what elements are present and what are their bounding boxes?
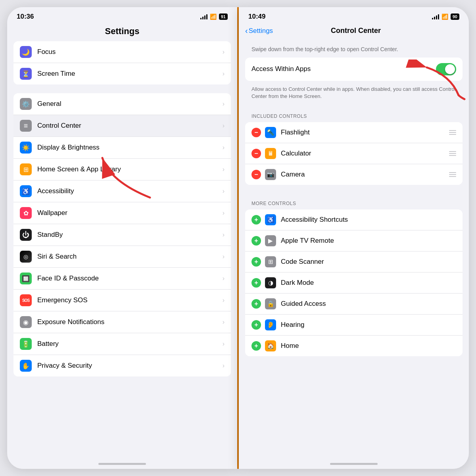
hearing-icon: 👂	[265, 319, 276, 330]
accessibility-shortcuts-label: Accessibility Shortcuts	[281, 216, 456, 224]
guided-access-label: Guided Access	[281, 300, 456, 308]
control-row-code-scanner[interactable]: + ⊞ Code Scanner	[245, 251, 463, 273]
calculator-drag-handle[interactable]	[449, 151, 456, 156]
control-center-description: Swipe down from the top-right edge to op…	[245, 40, 463, 58]
control-row-hearing[interactable]: + 👂 Hearing	[245, 315, 463, 336]
flashlight-icon: 🔦	[265, 127, 276, 138]
control-row-apple-tv[interactable]: + ▶ Apple TV Remote	[245, 230, 463, 251]
code-scanner-label: Code Scanner	[281, 258, 456, 266]
control-row-home[interactable]: + 🏠 Home	[245, 336, 463, 356]
access-within-apps-row[interactable]: Access Within Apps	[245, 58, 463, 81]
settings-row-siri[interactable]: ◎ Siri & Search ›	[13, 246, 231, 268]
settings-row-faceid[interactable]: 🔲 Face ID & Passcode ›	[13, 268, 231, 290]
dark-mode-add-btn[interactable]: +	[251, 278, 261, 288]
display-icon: ☀️	[20, 142, 32, 154]
left-phone-panel: 10:36 📶 91 Settings 🌙 Focus › ⏳	[7, 7, 237, 469]
apple-tv-add-btn[interactable]: +	[251, 236, 261, 246]
right-scroll-content[interactable]: Swipe down from the top-right edge to op…	[239, 40, 469, 461]
hearing-label: Hearing	[281, 321, 456, 329]
accessibility-label: Accessibility	[37, 187, 223, 195]
right-battery-indicator: 90	[451, 13, 459, 20]
camera-remove-btn[interactable]: −	[251, 170, 261, 179]
faceid-icon: 🔲	[20, 273, 32, 284]
settings-group-1: 🌙 Focus › ⏳ Screen Time ›	[13, 41, 231, 84]
control-row-guided-access[interactable]: + 🔒 Guided Access	[245, 294, 463, 315]
home-label: Home	[281, 342, 456, 350]
siri-label: Siri & Search	[37, 253, 223, 261]
settings-row-privacy[interactable]: ✋ Privacy & Security ›	[13, 355, 231, 376]
guided-access-icon: 🔒	[265, 298, 276, 309]
settings-row-screen-time[interactable]: ⏳ Screen Time ›	[13, 63, 231, 84]
privacy-icon: ✋	[20, 360, 32, 372]
home-icon: 🏠	[265, 340, 276, 351]
settings-row-wallpaper[interactable]: ✿ Wallpaper ›	[13, 202, 231, 224]
settings-row-general[interactable]: ⚙️ General ›	[13, 93, 231, 115]
flashlight-label: Flashlight	[281, 129, 449, 136]
calculator-label: Calculator	[281, 150, 449, 157]
settings-row-emergency[interactable]: SOS Emergency SOS ›	[13, 290, 231, 311]
wifi-icon: 📶	[210, 13, 217, 20]
guided-access-add-btn[interactable]: +	[251, 299, 261, 309]
screen-time-chevron: ›	[223, 70, 225, 77]
focus-label: Focus	[37, 48, 223, 56]
camera-label: Camera	[281, 171, 449, 178]
accessibility-shortcuts-add-btn[interactable]: +	[251, 215, 261, 225]
included-controls-label: INCLUDED CONTROLS	[245, 106, 463, 122]
camera-icon: 📷	[265, 169, 276, 180]
right-time: 10:49	[248, 13, 265, 21]
included-controls-group: − 🔦 Flashlight − 🖩 Calculator	[245, 122, 463, 185]
control-row-accessibility-shortcuts[interactable]: + ♿ Accessibility Shortcuts	[245, 209, 463, 230]
apple-tv-label: Apple TV Remote	[281, 237, 456, 245]
settings-row-standby[interactable]: ⏻ StandBy ›	[13, 224, 231, 246]
settings-row-display[interactable]: ☀️ Display & Brightness ›	[13, 137, 231, 159]
focus-chevron: ›	[223, 48, 225, 56]
home-screen-label: Home Screen & App Library	[37, 165, 223, 173]
hearing-add-btn[interactable]: +	[251, 320, 261, 330]
right-wifi-icon: 📶	[441, 13, 448, 20]
settings-group-2: ⚙️ General › ≡ Control Center › ☀️ Displ…	[13, 93, 231, 376]
control-row-dark-mode[interactable]: + ◑ Dark Mode	[245, 273, 463, 294]
faceid-label: Face ID & Passcode	[37, 274, 223, 282]
settings-row-control-center[interactable]: ≡ Control Center ›	[13, 115, 231, 137]
camera-drag-handle[interactable]	[449, 172, 456, 177]
left-time: 10:36	[17, 13, 34, 21]
access-within-apps-toggle[interactable]	[436, 63, 456, 75]
privacy-label: Privacy & Security	[37, 362, 223, 370]
flashlight-drag-handle[interactable]	[449, 130, 456, 135]
left-status-bar: 10:36 📶 91	[7, 7, 237, 23]
home-add-btn[interactable]: +	[251, 341, 261, 351]
exposure-label: Exposure Notifications	[37, 318, 223, 326]
settings-row-battery[interactable]: 🔋 Battery ›	[13, 333, 231, 355]
siri-icon: ◎	[20, 251, 32, 263]
code-scanner-add-btn[interactable]: +	[251, 257, 261, 267]
right-home-indicator	[330, 463, 378, 465]
settings-row-home-screen[interactable]: ⊞ Home Screen & App Library ›	[13, 159, 231, 180]
flashlight-remove-btn[interactable]: −	[251, 128, 261, 137]
right-status-bar: 10:49 📶 90	[239, 7, 469, 23]
screen-time-icon: ⏳	[20, 68, 32, 80]
right-status-icons: 📶 90	[432, 13, 459, 20]
wallpaper-icon: ✿	[20, 207, 32, 219]
back-label: Settings	[249, 27, 273, 35]
left-page-title: Settings	[13, 26, 231, 36]
battery-icon: 🔋	[20, 338, 32, 350]
control-row-calculator[interactable]: − 🖩 Calculator	[245, 143, 463, 164]
settings-row-focus[interactable]: 🌙 Focus ›	[13, 41, 231, 63]
settings-row-exposure[interactable]: ◉ Exposure Notifications ›	[13, 311, 231, 333]
control-center-icon: ≡	[20, 120, 32, 132]
right-nav-header: ‹ Settings Control Center	[239, 23, 469, 40]
calculator-remove-btn[interactable]: −	[251, 149, 261, 158]
settings-row-accessibility[interactable]: ♿ Accessibility ›	[13, 180, 231, 202]
right-signal-icon	[432, 14, 439, 19]
right-phone-panel: 10:49 📶 90 ‹ Settings Control Center Swi…	[239, 7, 469, 469]
control-row-camera[interactable]: − 📷 Camera	[245, 164, 463, 185]
display-label: Display & Brightness	[37, 144, 223, 152]
left-scroll-content[interactable]: 🌙 Focus › ⏳ Screen Time › ⚙️ General › ≡…	[7, 41, 237, 461]
exposure-icon: ◉	[20, 316, 32, 328]
dark-mode-icon: ◑	[265, 277, 276, 288]
back-button[interactable]: ‹ Settings	[245, 26, 273, 35]
home-indicator	[98, 463, 146, 465]
emergency-label: Emergency SOS	[37, 296, 223, 304]
control-row-flashlight[interactable]: − 🔦 Flashlight	[245, 122, 463, 143]
toggle-label: Access Within Apps	[251, 65, 311, 73]
